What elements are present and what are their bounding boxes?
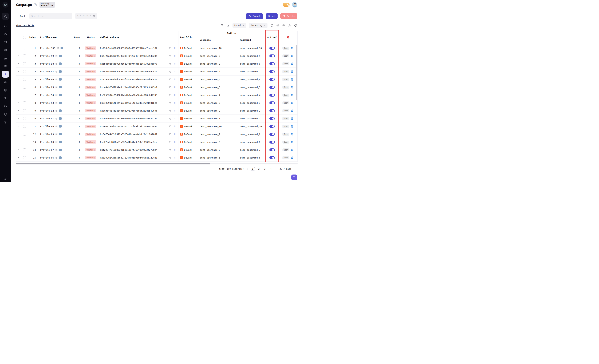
sidebar-item-apps[interactable] bbox=[2, 47, 9, 54]
refresh-icon[interactable] bbox=[294, 24, 297, 27]
wallet-apps-icon[interactable] bbox=[173, 70, 176, 73]
sort-order-select[interactable]: Ascending bbox=[249, 23, 267, 28]
sidebar-item-automation[interactable] bbox=[2, 95, 9, 102]
open-button[interactable]: Open bbox=[282, 94, 289, 96]
eye-icon[interactable] bbox=[92, 15, 95, 17]
open-button[interactable]: Open bbox=[282, 117, 289, 120]
edit-profile-icon[interactable] bbox=[55, 133, 58, 136]
record-stop-icon[interactable] bbox=[287, 36, 290, 39]
row-collapse-button[interactable] bbox=[18, 47, 20, 49]
active-toggle[interactable] bbox=[269, 148, 275, 151]
user-settings-icon[interactable] bbox=[288, 24, 291, 27]
show-statistic-link[interactable]: Show statistic bbox=[16, 24, 34, 27]
export-button[interactable]: Export bbox=[246, 13, 263, 19]
wallet-apps-icon[interactable] bbox=[173, 86, 176, 88]
copy-wallet-icon[interactable] bbox=[169, 70, 172, 73]
row-checkbox[interactable] bbox=[23, 148, 26, 151]
chat-fab-button[interactable] bbox=[291, 174, 297, 180]
sidebar-item-wallets[interactable] bbox=[2, 39, 9, 46]
open-button[interactable]: Open bbox=[282, 47, 289, 50]
align-top-icon[interactable] bbox=[221, 24, 224, 27]
profile-tag-icon[interactable] bbox=[59, 86, 62, 88]
edit-profile-icon[interactable] bbox=[55, 117, 58, 120]
prev-page-button[interactable] bbox=[246, 168, 248, 170]
copy-wallet-icon[interactable] bbox=[169, 86, 172, 88]
open-button[interactable]: Open bbox=[282, 141, 289, 144]
browser-icon[interactable] bbox=[291, 141, 294, 144]
edit-profile-icon[interactable] bbox=[55, 125, 58, 128]
browser-icon[interactable] bbox=[291, 133, 294, 136]
open-button[interactable]: Open bbox=[282, 62, 289, 65]
open-button[interactable]: Open bbox=[282, 54, 289, 57]
edit-profile-icon[interactable] bbox=[57, 47, 59, 49]
page-button-3[interactable]: 3 bbox=[263, 167, 267, 171]
copy-wallet-icon[interactable] bbox=[169, 102, 172, 104]
profile-tag-icon[interactable] bbox=[59, 70, 62, 73]
help-icon[interactable] bbox=[270, 24, 273, 27]
active-toggle[interactable] bbox=[269, 156, 275, 159]
active-toggle[interactable] bbox=[269, 117, 275, 120]
wallet-apps-icon[interactable] bbox=[173, 149, 176, 151]
browser-icon[interactable] bbox=[291, 47, 294, 50]
edit-profile-icon[interactable] bbox=[55, 94, 58, 96]
profile-tag-icon[interactable] bbox=[59, 141, 62, 143]
open-button[interactable]: Open bbox=[282, 125, 289, 128]
copy-wallet-icon[interactable] bbox=[169, 149, 172, 151]
active-toggle[interactable] bbox=[269, 109, 275, 112]
page-button-1[interactable]: 1 bbox=[251, 167, 255, 171]
row-checkbox[interactable] bbox=[23, 47, 26, 49]
browser-icon[interactable] bbox=[291, 70, 294, 73]
active-toggle[interactable] bbox=[269, 62, 275, 65]
browser-icon[interactable] bbox=[291, 148, 294, 151]
sidebar-item-security[interactable] bbox=[2, 111, 9, 118]
copy-wallet-icon[interactable] bbox=[169, 156, 172, 159]
open-button[interactable]: Open bbox=[282, 148, 289, 151]
profile-tag-icon[interactable] bbox=[59, 133, 62, 135]
browser-icon[interactable] bbox=[291, 94, 294, 96]
title-help-icon[interactable]: ? bbox=[34, 3, 37, 6]
edit-profile-icon[interactable] bbox=[55, 78, 58, 81]
profile-tag-icon[interactable] bbox=[59, 109, 62, 112]
profile-tag-icon[interactable] bbox=[59, 62, 62, 65]
sidebar-item-logs[interactable] bbox=[2, 87, 9, 94]
settings-gear-icon[interactable] bbox=[276, 24, 279, 27]
profile-tag-icon[interactable] bbox=[59, 149, 62, 151]
open-button[interactable]: Open bbox=[282, 133, 289, 136]
sidebar-item-accounts[interactable] bbox=[2, 63, 9, 69]
row-checkbox[interactable] bbox=[23, 94, 26, 96]
row-checkbox[interactable] bbox=[23, 62, 26, 65]
row-collapse-button[interactable] bbox=[18, 55, 20, 57]
sidebar-expand-button[interactable] bbox=[0, 177, 11, 180]
edit-profile-icon[interactable] bbox=[55, 86, 58, 88]
page-size-select[interactable]: 30 / page bbox=[280, 168, 294, 170]
align-bottom-icon[interactable] bbox=[227, 24, 230, 27]
sort-field-select[interactable]: Round bbox=[232, 23, 246, 28]
row-collapse-button[interactable] bbox=[18, 70, 20, 73]
page-button-2[interactable]: 2 bbox=[257, 167, 261, 171]
active-toggle[interactable] bbox=[269, 141, 275, 144]
wallet-apps-icon[interactable] bbox=[173, 102, 176, 104]
profile-tag-icon[interactable] bbox=[59, 156, 62, 159]
page-button-4[interactable]: 4 bbox=[269, 167, 273, 171]
row-collapse-button[interactable] bbox=[18, 63, 20, 65]
edit-profile-icon[interactable] bbox=[55, 55, 58, 57]
browser-icon[interactable] bbox=[291, 109, 294, 112]
row-checkbox[interactable] bbox=[23, 117, 26, 120]
sidebar-search-button[interactable] bbox=[2, 13, 9, 20]
reset-button[interactable]: Reset bbox=[266, 13, 278, 19]
horizontal-scrollbar-thumb[interactable] bbox=[16, 163, 210, 165]
edit-profile-icon[interactable] bbox=[55, 156, 58, 159]
wallet-apps-icon[interactable] bbox=[173, 125, 176, 128]
row-checkbox[interactable] bbox=[23, 70, 26, 73]
row-checkbox[interactable] bbox=[23, 78, 26, 81]
copy-wallet-icon[interactable] bbox=[169, 133, 172, 136]
open-button[interactable]: Open bbox=[282, 70, 289, 73]
sidebar-item-packages[interactable] bbox=[2, 55, 9, 61]
edit-profile-icon[interactable] bbox=[55, 102, 58, 104]
copy-wallet-icon[interactable] bbox=[169, 117, 172, 120]
delete-button[interactable]: Delete bbox=[280, 13, 297, 19]
active-toggle[interactable] bbox=[269, 101, 275, 104]
copy-wallet-icon[interactable] bbox=[169, 47, 172, 49]
copy-wallet-icon[interactable] bbox=[169, 62, 172, 65]
wallet-apps-icon[interactable] bbox=[173, 156, 176, 159]
